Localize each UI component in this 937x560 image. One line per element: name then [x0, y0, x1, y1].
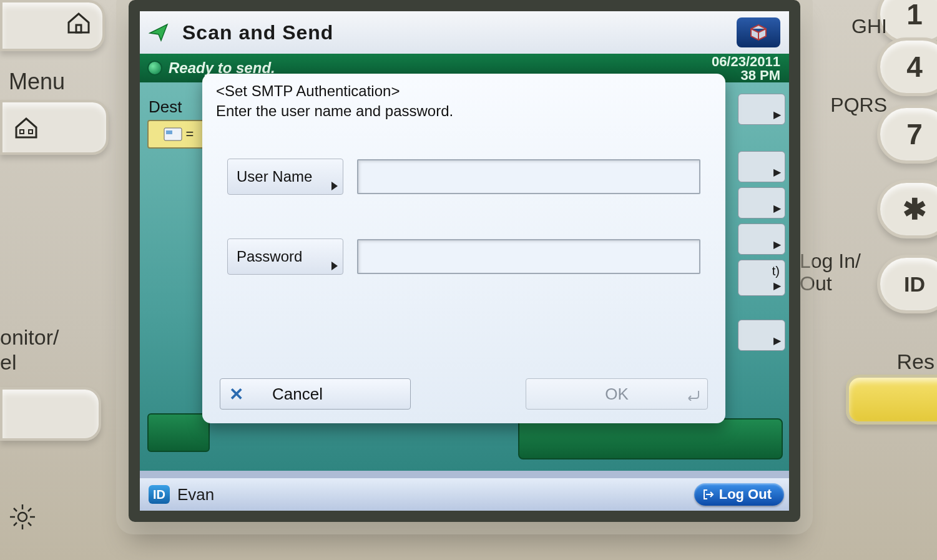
status-dot-icon	[149, 62, 161, 74]
physical-home-button-top[interactable]	[0, 0, 105, 51]
svg-rect-1	[20, 130, 24, 134]
cancel-button[interactable]: ✕ Cancel	[220, 378, 411, 410]
side-button-2[interactable]: ▶	[738, 151, 785, 182]
modal-button-bar: ✕ Cancel OK	[220, 378, 708, 410]
password-label: Password	[237, 248, 302, 265]
keypad-4[interactable]: 4	[877, 37, 937, 96]
side-button-5-text: t)	[772, 264, 780, 278]
status-date: 06/23/2011	[712, 55, 780, 69]
menu-label: Menu	[9, 69, 65, 95]
chevron-right-icon: ▶	[773, 109, 781, 120]
modal-subtitle: Enter the user name and password.	[216, 102, 712, 120]
enter-arrow-icon	[685, 386, 700, 405]
svg-line-10	[14, 523, 17, 526]
chevron-right-icon: ▶	[773, 280, 781, 292]
chevron-right-icon: ▶	[773, 238, 781, 250]
svg-rect-0	[76, 25, 81, 32]
logout-icon	[703, 489, 714, 500]
side-button-3[interactable]: ▶	[738, 187, 785, 219]
action-button-left[interactable]	[147, 413, 210, 452]
side-button-5[interactable]: t) ▶	[738, 260, 785, 296]
cube-button[interactable]	[737, 17, 780, 47]
monitor-label: onitor/ el	[0, 325, 59, 375]
destination-chip[interactable]: =	[147, 120, 210, 149]
modal-form: User Name Password	[202, 124, 725, 275]
ok-button[interactable]: OK	[526, 378, 708, 410]
triangle-right-icon	[331, 262, 338, 270]
username-input[interactable]	[357, 159, 700, 194]
paper-plane-icon	[149, 22, 170, 43]
chevron-right-icon: ▶	[773, 202, 781, 214]
cube-icon	[749, 23, 768, 42]
login-out-label: Log In/ Out	[800, 250, 887, 295]
svg-point-3	[18, 513, 27, 521]
left-bezel: Menu onitor/ el	[0, 0, 125, 560]
keypad-ghi-label: GHI	[851, 15, 887, 38]
logout-button[interactable]: Log Out	[694, 483, 784, 506]
password-row: Password	[227, 238, 700, 275]
svg-rect-2	[29, 130, 32, 134]
modal-header: <Set SMTP Authentication> Enter the user…	[202, 74, 725, 124]
card-icon	[164, 127, 182, 141]
device-photo: Menu onitor/ el 1 GHI 4 PQRS 7 ✱ Log In/…	[0, 0, 937, 560]
keypad-id[interactable]: ID	[877, 255, 937, 313]
house-icon	[14, 115, 39, 142]
equals-icon: =	[186, 126, 194, 142]
reset-label: Res	[897, 350, 935, 374]
side-button-4[interactable]: ▶	[738, 224, 785, 255]
username-row: User Name	[227, 159, 700, 195]
smtp-auth-modal: <Set SMTP Authentication> Enter the user…	[202, 74, 725, 423]
password-input[interactable]	[357, 239, 700, 274]
chevron-right-icon: ▶	[773, 335, 781, 346]
right-bezel: 1 GHI 4 PQRS 7 ✱ Log In/ Out ID Res	[787, 0, 937, 560]
triangle-right-icon	[331, 182, 338, 190]
physical-reset-button[interactable]	[846, 375, 937, 425]
side-button-1[interactable]: ▶	[738, 94, 785, 125]
close-x-icon: ✕	[229, 384, 243, 405]
keypad-star[interactable]: ✱	[877, 180, 937, 238]
app-title: Scan and Send	[182, 21, 333, 44]
svg-line-8	[14, 508, 17, 511]
logged-in-user: Evan	[177, 485, 214, 504]
side-button-6[interactable]: ▶	[738, 320, 785, 351]
keypad-pqrs-label: PQRS	[830, 94, 887, 117]
modal-title: <Set SMTP Authentication>	[216, 82, 712, 100]
id-chip: ID	[149, 485, 170, 504]
svg-line-11	[28, 508, 31, 511]
app-bar: Scan and Send	[140, 11, 789, 54]
ok-button-label: OK	[605, 385, 629, 404]
svg-line-9	[28, 523, 31, 526]
brightness-icon	[9, 503, 36, 533]
house-icon	[66, 10, 91, 37]
password-label-button[interactable]: Password	[227, 238, 343, 275]
chevron-right-icon: ▶	[773, 166, 781, 178]
action-button-right[interactable]	[518, 418, 783, 459]
lcd-screen: Scan and Send Ready to send. 06/23/2011 …	[129, 0, 800, 522]
logout-label: Log Out	[719, 486, 772, 503]
username-label-button[interactable]: User Name	[227, 159, 343, 195]
username-label: User Name	[237, 168, 312, 185]
keypad-7[interactable]: 7	[877, 105, 937, 164]
destination-label: Dest	[149, 97, 182, 117]
physical-home-button-mid[interactable]	[0, 100, 109, 155]
physical-blank-button[interactable]	[0, 387, 101, 441]
user-bar: ID Evan Log Out	[140, 478, 789, 511]
cancel-button-label: Cancel	[272, 385, 323, 404]
svg-rect-13	[166, 130, 172, 134]
